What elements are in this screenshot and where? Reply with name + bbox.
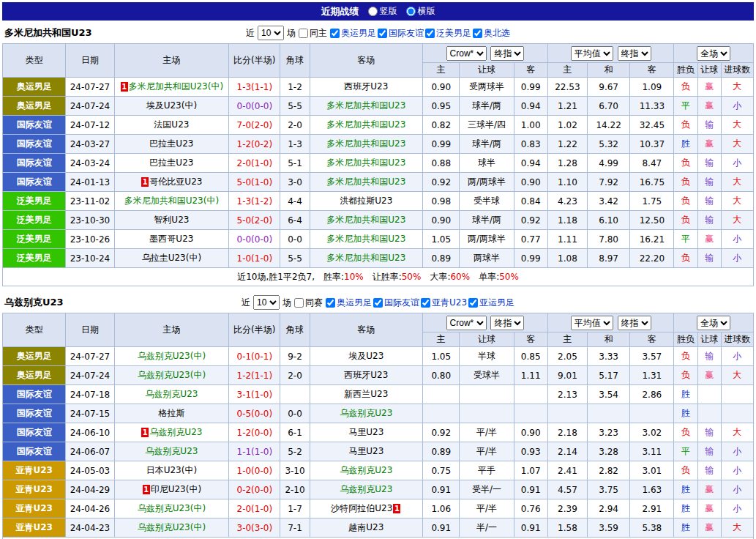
away-team[interactable]: 马里U23: [310, 423, 423, 442]
away-team[interactable]: 埃及U23: [310, 347, 423, 366]
handicap-line: 两/两球半: [460, 230, 514, 249]
match-type: 泛美男足: [3, 230, 66, 249]
avg-away-odds: 2.91: [630, 499, 674, 518]
result-handicap: 输: [697, 249, 721, 268]
near-count-select[interactable]: 10: [253, 295, 280, 310]
col-corner: 角球: [280, 313, 310, 347]
competition-filter[interactable]: 奥运男足: [326, 297, 372, 309]
vertical-radio-label: 竖版: [380, 5, 397, 18]
away-team[interactable]: 多米尼加共和国U23: [310, 116, 423, 135]
layout-radio-vertical[interactable]: 竖版: [368, 5, 397, 18]
final-index-select-2[interactable]: 终指: [618, 46, 651, 61]
result-handicap: 赢: [697, 499, 721, 518]
home-team[interactable]: 法国U23: [114, 116, 229, 135]
match-row: 国际友谊 24-06-10 1乌兹别克U23 1-2(0-0) 6-1 马里U2…: [3, 423, 754, 442]
away-team[interactable]: 西班牙U23: [310, 366, 423, 385]
match-type: 国际友谊: [3, 135, 66, 154]
avg-away-odds: 8.47: [630, 154, 674, 173]
full-match-select[interactable]: 全场: [697, 316, 730, 330]
away-team[interactable]: 多米尼加共和国U23: [310, 97, 423, 116]
away-team[interactable]: 沙特阿拉伯U231: [310, 499, 423, 518]
competition-filter-checkbox[interactable]: [468, 298, 478, 308]
same-checkbox-input[interactable]: [299, 29, 308, 38]
home-team[interactable]: 格拉斯: [114, 404, 229, 423]
away-team[interactable]: 乌兹别克U23: [310, 480, 423, 499]
layout-radio-horizontal[interactable]: 横版: [406, 5, 435, 18]
same-label: 同赛: [305, 297, 323, 309]
final-index-select[interactable]: 终指: [490, 46, 524, 61]
home-team[interactable]: 1乌兹别克U23: [114, 423, 229, 442]
corner-score: 1-2: [280, 78, 310, 97]
match-row: 亚青U23 24-04-23 乌兹别克U23(中) 3-0(3-0) 7-1 越…: [3, 518, 754, 538]
home-team[interactable]: 墨西哥U23: [114, 230, 229, 249]
result-handicap: 赢: [697, 230, 721, 249]
home-team[interactable]: 乌兹别克U23(中): [114, 366, 229, 385]
home-team[interactable]: 1哥伦比亚U23: [114, 173, 229, 192]
away-team[interactable]: 越南U23: [310, 518, 423, 538]
home-team[interactable]: 多米尼加共和国U23(中): [114, 192, 229, 211]
competition-filter[interactable]: 亚运男足: [468, 297, 514, 309]
away-team[interactable]: 乌兹别克U23: [310, 404, 423, 423]
average-select[interactable]: 平均值: [571, 46, 613, 61]
result-handicap: 输: [697, 211, 721, 230]
competition-filter-checkbox[interactable]: [421, 298, 430, 308]
competition-filter-checkbox[interactable]: [373, 298, 383, 308]
competition-filter-checkbox[interactable]: [473, 29, 482, 38]
home-team[interactable]: 巴拉圭U23: [114, 135, 229, 154]
competition-filter[interactable]: 奥北选: [473, 27, 510, 40]
home-team[interactable]: 乌兹别克U23(中): [114, 499, 229, 518]
vertical-radio[interactable]: [368, 7, 378, 16]
match-score: 5-0(2-0): [229, 211, 280, 230]
team-name: 乌兹别克U23: [4, 296, 64, 309]
result-goals: 小: [721, 97, 753, 116]
home-team[interactable]: 乌兹别克U23: [114, 385, 229, 404]
home-team[interactable]: 日本U23(中): [114, 461, 229, 480]
home-team[interactable]: 乌拉圭U23(中): [114, 249, 229, 268]
company-select[interactable]: Crow*: [446, 46, 487, 61]
near-count-select[interactable]: 10: [258, 26, 284, 40]
away-team[interactable]: 马里U23: [310, 442, 423, 461]
home-team[interactable]: 巴拉圭U23: [114, 154, 229, 173]
final-index-select[interactable]: 终指: [490, 316, 524, 330]
result-handicap: 输: [697, 461, 721, 480]
full-match-select[interactable]: 全场: [697, 46, 730, 61]
home-team[interactable]: 1印尼U23(中): [114, 480, 229, 499]
competition-filter-checkbox[interactable]: [326, 298, 335, 308]
competition-filter[interactable]: 国际友谊: [378, 27, 424, 40]
away-team[interactable]: 西班牙U23: [310, 78, 423, 97]
home-team[interactable]: 埃及U23(中): [114, 97, 229, 116]
competition-filter-checkbox[interactable]: [378, 29, 387, 38]
corner-score: 2-10: [280, 480, 310, 499]
final-index-select-2[interactable]: 终指: [618, 316, 651, 330]
company-select[interactable]: Crow*: [446, 316, 487, 330]
away-team[interactable]: 多米尼加共和国U23: [310, 249, 423, 268]
average-select[interactable]: 平均值: [571, 316, 613, 330]
competition-filter[interactable]: 亚青U23: [421, 297, 467, 309]
competition-filter[interactable]: 国际友谊: [373, 297, 419, 309]
result-goals: 大: [721, 366, 753, 385]
competition-filter-checkbox[interactable]: [330, 29, 340, 38]
competition-filter[interactable]: 泛美男足: [425, 27, 471, 40]
home-team[interactable]: 智利U23: [114, 211, 229, 230]
horizontal-radio[interactable]: [406, 7, 416, 16]
away-team[interactable]: 多米尼加共和国U23: [310, 211, 423, 230]
match-type: 国际友谊: [3, 423, 66, 442]
competition-filter-checkbox[interactable]: [425, 29, 435, 38]
home-team[interactable]: 乌兹别克U23: [114, 442, 229, 461]
away-team[interactable]: 乌兹别克U23: [310, 461, 423, 480]
same-filter-checkbox[interactable]: 同主: [299, 27, 327, 40]
home-team[interactable]: 乌兹别克U23(中): [114, 347, 229, 366]
same-checkbox-input[interactable]: [294, 298, 304, 308]
avg-away-odds: 1.09: [630, 78, 674, 97]
same-filter-checkbox[interactable]: 同赛: [294, 297, 323, 309]
home-team[interactable]: 1多米尼加共和国U23(中): [114, 78, 229, 97]
away-team[interactable]: 多米尼加共和国U23: [310, 230, 423, 249]
competition-filter[interactable]: 奥运男足: [330, 27, 376, 40]
home-team[interactable]: 乌兹别克U23(中): [114, 518, 229, 538]
handicap-line: 平/半: [460, 423, 514, 442]
away-team[interactable]: 多米尼加共和国U23: [310, 135, 423, 154]
away-team[interactable]: 新西兰U23: [310, 385, 423, 404]
away-team[interactable]: 多米尼加共和国U23: [310, 173, 423, 192]
away-team[interactable]: 洪都拉斯U23: [310, 192, 423, 211]
away-team[interactable]: 多米尼加共和国U23: [310, 154, 423, 173]
